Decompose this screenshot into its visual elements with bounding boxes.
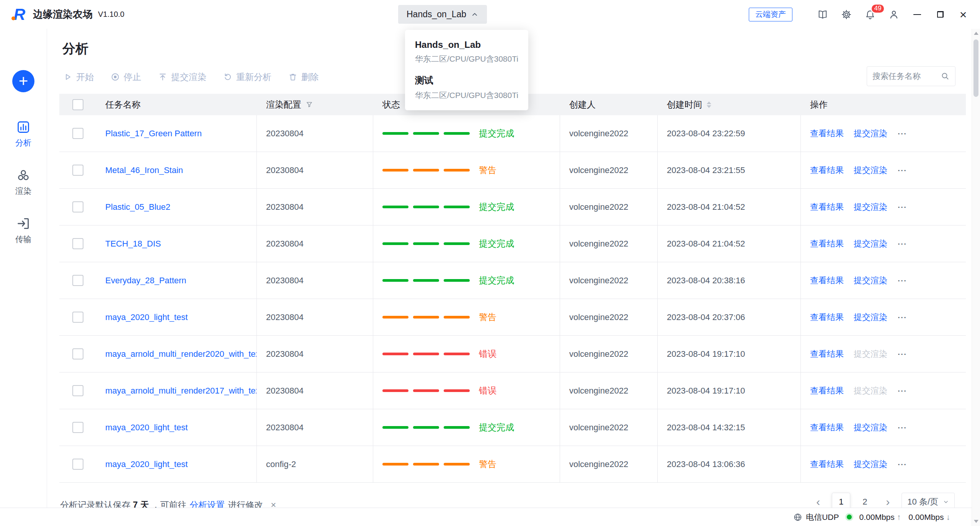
resubmit-link[interactable]: 提交渲染 [854,312,887,323]
task-name-link[interactable]: TECH_18_DIS [105,239,161,249]
stop-button[interactable]: 停止 [111,71,141,83]
row-checkbox[interactable] [72,422,83,433]
render-config: 20230804 [266,202,304,212]
column-header-creator: 创建人 [560,94,658,115]
more-actions-button[interactable]: ⋯ [897,202,907,212]
page-2-button[interactable]: 2 [856,493,874,508]
task-name-link[interactable]: Plastic_17_Green Pattern [105,129,202,139]
more-actions-button[interactable]: ⋯ [897,238,907,249]
up-arrow-icon: ↑ [897,513,901,522]
status-text: 警告 [479,311,497,323]
progress-segment [444,242,470,245]
filter-icon[interactable] [306,101,313,108]
view-result-link[interactable]: 查看结果 [810,275,844,286]
prev-page-button[interactable]: ‹ [810,493,826,508]
app-name: 边缘渲染农场 [33,8,93,21]
more-actions-button[interactable]: ⋯ [897,386,907,396]
minimize-button[interactable] [906,3,929,26]
restore-button[interactable] [929,3,952,26]
task-name-link[interactable]: maya_2020_light_test [105,312,188,322]
created-time: 2023-08-04 23:22:59 [667,129,745,139]
reanalyze-button[interactable]: 重新分析 [223,71,271,83]
resubmit-link[interactable]: 提交渲染 [854,128,887,139]
resubmit-link[interactable]: 提交渲染 [854,275,887,286]
more-actions-button[interactable]: ⋯ [897,349,907,359]
task-name-link[interactable]: maya_arnold_multi_render2020_with_textur… [105,349,257,359]
row-checkbox[interactable] [72,165,83,176]
cluster-name: 测试 [415,74,518,87]
resubmit-link[interactable]: 提交渲染 [854,459,887,470]
start-button[interactable]: 开始 [63,71,94,83]
cluster-menu-item[interactable]: 测试 华东二区/CPU/GPU含3080Ti [405,69,528,106]
cluster-selector-button[interactable]: Hands_on_Lab [398,5,487,24]
next-page-button[interactable]: › [879,493,896,508]
scroll-up-icon[interactable] [974,32,978,35]
page-1-button[interactable]: 1 [832,493,850,508]
analysis-settings-link[interactable]: 分析设置 [189,499,225,508]
sidebar-item-label: 分析 [0,137,47,148]
resubmit-link[interactable]: 提交渲染 [854,385,887,397]
settings-button[interactable] [835,3,858,26]
notice-close-icon[interactable]: × [271,499,276,508]
search-input[interactable] [872,72,941,81]
select-all-checkbox[interactable] [72,99,83,110]
sort-icon[interactable] [707,101,711,108]
more-actions-button[interactable]: ⋯ [897,312,907,323]
sidebar-item-render[interactable]: 渲染 [0,168,47,196]
task-name-link[interactable]: Metal_46_Iron_Stain [105,165,183,175]
task-name-link[interactable]: maya_arnold_multi_render2017_with_textur… [105,386,257,396]
render-config: 20230804 [266,423,304,433]
view-result-link[interactable]: 查看结果 [810,459,844,470]
sidebar-item-transfer[interactable]: 传输 [0,216,47,245]
cloud-assets-button[interactable]: 云端资产 [749,8,792,21]
search-icon[interactable] [941,72,950,81]
task-name-link[interactable]: maya_2020_light_test [105,459,188,469]
row-checkbox[interactable] [72,238,83,249]
page-size-select[interactable]: 10 条/页 [902,493,955,508]
view-result-link[interactable]: 查看结果 [810,201,844,213]
docs-button[interactable] [811,3,835,26]
resubmit-link[interactable]: 提交渲染 [854,201,887,213]
close-button[interactable]: × [952,3,975,26]
more-actions-button[interactable]: ⋯ [897,275,907,286]
row-checkbox[interactable] [72,312,83,323]
row-checkbox[interactable] [72,385,83,396]
view-result-link[interactable]: 查看结果 [810,312,844,323]
creator: volcengine2022 [569,386,628,396]
progress-segment [382,242,408,245]
view-result-link[interactable]: 查看结果 [810,238,844,250]
view-result-link[interactable]: 查看结果 [810,128,844,139]
view-result-link[interactable]: 查看结果 [810,165,844,176]
row-checkbox[interactable] [72,348,83,359]
more-actions-button[interactable]: ⋯ [897,165,907,176]
more-actions-button[interactable]: ⋯ [897,128,907,139]
account-button[interactable] [882,3,906,26]
submit-render-button[interactable]: 提交渲染 [158,71,206,83]
render-config: config-2 [266,459,296,469]
network-selector[interactable]: 电信UDP [793,512,839,523]
row-checkbox[interactable] [72,201,83,212]
row-checkbox[interactable] [72,459,83,470]
view-result-link[interactable]: 查看结果 [810,385,844,397]
row-checkbox[interactable] [72,275,83,286]
more-actions-button[interactable]: ⋯ [897,422,907,433]
sidebar-item-analysis[interactable]: 分析 [0,120,47,148]
cluster-menu-item[interactable]: Hands_on_Lab 华东二区/CPU/GPU含3080Ti [405,34,528,69]
view-result-link[interactable]: 查看结果 [810,348,844,360]
progress-segment [444,316,470,319]
task-name-link[interactable]: maya_2020_light_test [105,423,188,433]
resubmit-link[interactable]: 提交渲染 [854,238,887,250]
scrollbar-thumb[interactable] [973,39,978,97]
scroll-down-icon[interactable] [974,520,978,523]
row-checkbox[interactable] [72,128,83,139]
notifications-button[interactable]: 49 [858,3,882,26]
view-result-link[interactable]: 查看结果 [810,422,844,433]
resubmit-link[interactable]: 提交渲染 [854,165,887,176]
more-actions-button[interactable]: ⋯ [897,459,907,470]
resubmit-link[interactable]: 提交渲染 [854,422,887,433]
add-task-button[interactable]: + [12,70,34,92]
task-name-link[interactable]: Plastic_05_Blue2 [105,202,170,212]
task-name-link[interactable]: Everyday_28_Pattern [105,276,186,286]
delete-button[interactable]: 删除 [288,71,319,83]
resubmit-link[interactable]: 提交渲染 [854,348,887,360]
